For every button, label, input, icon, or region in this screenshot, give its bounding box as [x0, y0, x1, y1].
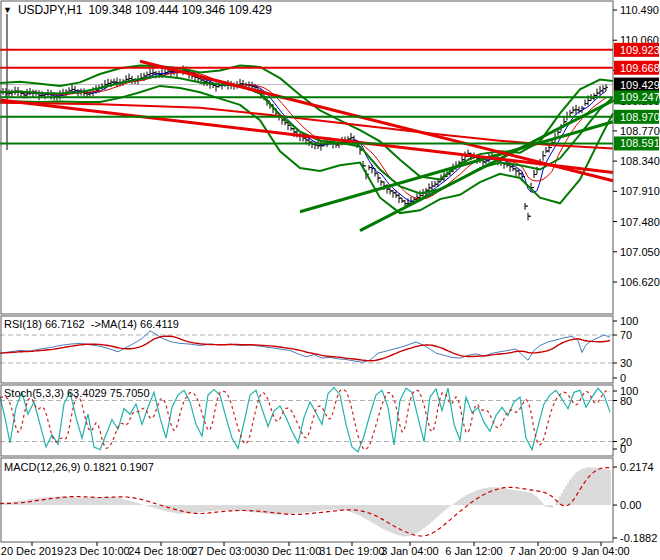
date-label: 9 Jan 04:00 — [572, 545, 630, 557]
rsi-tick-label: 70 — [620, 329, 632, 341]
rsi-line — [0, 331, 610, 363]
price-tick-label: 107.480 — [620, 216, 660, 228]
rsi-indicator-label: RSI(18) 66.7162 ->MA(14) 66.4119 — [4, 318, 179, 330]
chart-title-bar: ▼ USDJPY,H1 109.348 109.444 109.346 109.… — [3, 3, 272, 17]
macd-indicator-label: MACD(12,26,9) 0.1821 0.1907 — [4, 461, 154, 473]
rsi-tick-label: 100 — [620, 315, 638, 327]
symbol-period-label: USDJPY,H1 — [18, 3, 82, 17]
rsi-ma-line — [0, 336, 610, 361]
price-badge-label: 109.247 — [620, 91, 660, 103]
price-tick-label: 108.770 — [620, 125, 660, 137]
date-label: 7 Jan 20:00 — [509, 545, 567, 557]
ohlc-values: 109.348 109.444 109.346 109.429 — [88, 3, 272, 17]
price-badge-label: 109.923 — [620, 44, 660, 56]
price-tick-label: 106.620 — [620, 276, 660, 288]
chart-canvas[interactable]: 110.490110.060109.630109.200108.770108.3… — [0, 0, 660, 560]
date-label: 24 Dec 18:00 — [128, 545, 193, 557]
trading-chart-window: 110.490110.060109.630109.200108.770108.3… — [0, 0, 660, 560]
price-badge-label: 108.970 — [620, 111, 660, 123]
red-trendline — [0, 100, 613, 172]
date-label: 6 Jan 12:00 — [445, 545, 503, 557]
price-tick-label: 110.490 — [620, 4, 659, 16]
price-badge-label: 109.429 — [620, 79, 660, 91]
rsi-tick-label: 30 — [620, 357, 632, 369]
stoch-tick-label: 0 — [620, 443, 626, 455]
macd-tick-label: 0.00 — [620, 499, 641, 511]
stoch-tick-label: 80 — [620, 395, 632, 407]
rsi-tick-label: 0 — [620, 372, 626, 384]
price-tick-label: 107.050 — [620, 246, 660, 258]
macd-tick-label: -0.1882 — [620, 532, 657, 544]
macd-tick-label: 0.2174 — [620, 461, 654, 473]
price-tick-label: 107.910 — [620, 185, 660, 197]
price-badge-label: 108.591 — [620, 137, 660, 149]
date-label: 31 Dec 19:00 — [319, 545, 384, 557]
symbol-dropdown-icon[interactable]: ▼ — [3, 4, 12, 16]
date-label: 27 Dec 03:00 — [191, 545, 256, 557]
price-badge-label: 109.668 — [620, 62, 660, 74]
price-tick-label: 108.340 — [620, 155, 660, 167]
green-trendline — [360, 101, 613, 231]
stoch-indicator-label: Stoch(5,3,3) 63.4029 75.7050 — [4, 387, 150, 399]
date-label: 3 Jan 04:00 — [381, 545, 439, 557]
date-label: 30 Dec 11:00 — [257, 545, 322, 557]
date-label: 23 Dec 10:00 — [64, 545, 129, 557]
date-label: 20 Dec 2019 — [1, 545, 63, 557]
